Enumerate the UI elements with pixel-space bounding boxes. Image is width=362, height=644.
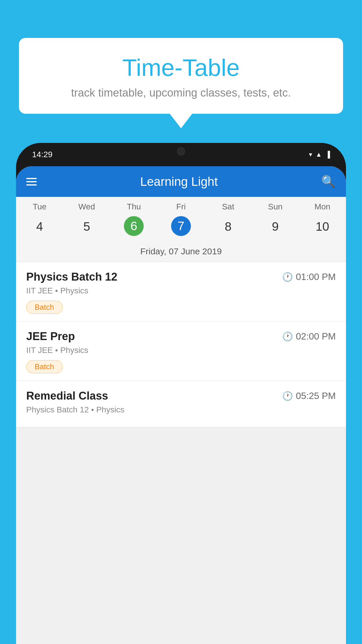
search-icon[interactable]: 🔍: [321, 175, 336, 188]
app-title: Learning Light: [140, 175, 218, 189]
page-subtitle: track timetable, upcoming classes, tests…: [36, 87, 326, 99]
day-6-today[interactable]: 6: [124, 216, 144, 236]
schedule-item-3[interactable]: Remedial Class 🕐 05:25 PM Physics Batch …: [16, 381, 346, 427]
schedule-item-2-sub: IIT JEE • Physics: [26, 346, 336, 355]
day-label-mon: Mon: [299, 202, 346, 211]
phone-top-bar: 14:29 ▾ ▲ ▐: [16, 143, 346, 166]
day-5[interactable]: 5: [63, 216, 110, 237]
status-icons: ▾ ▲ ▐: [309, 151, 330, 158]
day-labels-row: Tue Wed Thu Fri Sat Sun Mon: [16, 197, 346, 214]
status-time: 14:29: [32, 150, 52, 159]
day-4[interactable]: 4: [16, 216, 63, 237]
phone-frame: 14:29 ▾ ▲ ▐ Learning Light 🔍: [16, 143, 346, 644]
signal-icon: ▲: [316, 151, 322, 158]
menu-button[interactable]: [26, 178, 37, 186]
battery-icon: ▐: [325, 151, 330, 158]
schedule-item-1-header: Physics Batch 12 🕐 01:00 PM: [26, 271, 336, 283]
day-7-selected[interactable]: 7: [171, 216, 191, 236]
page-title: Time-Table: [36, 54, 326, 81]
selected-date-label: Friday, 07 June 2019: [16, 242, 346, 262]
schedule-item-1-time: 🕐 01:00 PM: [282, 272, 336, 282]
day-label-thu: Thu: [110, 202, 157, 211]
phone-notch: [164, 143, 198, 159]
speech-bubble: Time-Table track timetable, upcoming cla…: [19, 38, 343, 114]
day-label-fri: Fri: [157, 202, 205, 211]
batch-badge-1: Batch: [26, 301, 63, 314]
clock-icon-1: 🕐: [282, 272, 293, 282]
schedule-item-2-time-label: 02:00 PM: [296, 331, 336, 342]
schedule-item-2-header: JEE Prep 🕐 02:00 PM: [26, 330, 336, 343]
schedule-item-1-sub: IIT JEE • Physics: [26, 286, 336, 295]
day-label-wed: Wed: [63, 202, 110, 211]
speech-bubble-container: Time-Table track timetable, upcoming cla…: [19, 38, 343, 114]
app-header: Learning Light 🔍: [16, 166, 346, 197]
day-8[interactable]: 8: [205, 216, 252, 237]
schedule-item-1[interactable]: Physics Batch 12 🕐 01:00 PM IIT JEE • Ph…: [16, 262, 346, 321]
clock-icon-3: 🕐: [282, 391, 293, 401]
calendar-section: Tue Wed Thu Fri Sat Sun Mon 4 5 6 7 8 9 …: [16, 197, 346, 262]
day-9[interactable]: 9: [252, 216, 299, 237]
schedule-item-3-header: Remedial Class 🕐 05:25 PM: [26, 390, 336, 402]
schedule-item-2[interactable]: JEE Prep 🕐 02:00 PM IIT JEE • Physics Ba…: [16, 321, 346, 381]
wifi-icon: ▾: [309, 151, 312, 158]
schedule-item-2-name: JEE Prep: [26, 330, 75, 343]
day-10[interactable]: 10: [299, 216, 346, 237]
day-label-sat: Sat: [205, 202, 252, 211]
schedule-item-1-name: Physics Batch 12: [26, 271, 117, 283]
day-label-sun: Sun: [252, 202, 299, 211]
day-label-tue: Tue: [16, 202, 63, 211]
clock-icon-2: 🕐: [282, 331, 293, 342]
day-numbers-row: 4 5 6 7 8 9 10: [16, 214, 346, 242]
schedule-item-3-time-label: 05:25 PM: [296, 391, 336, 401]
phone-screen: Learning Light 🔍 Tue Wed Thu Fri Sat Sun…: [16, 166, 346, 644]
phone-camera: [177, 147, 185, 155]
schedule-item-2-time: 🕐 02:00 PM: [282, 331, 336, 342]
schedule-list: Physics Batch 12 🕐 01:00 PM IIT JEE • Ph…: [16, 262, 346, 427]
schedule-item-3-name: Remedial Class: [26, 390, 108, 402]
schedule-item-3-time: 🕐 05:25 PM: [282, 391, 336, 401]
batch-badge-2: Batch: [26, 360, 63, 373]
schedule-item-1-time-label: 01:00 PM: [296, 272, 336, 282]
schedule-item-3-sub: Physics Batch 12 • Physics: [26, 405, 336, 414]
